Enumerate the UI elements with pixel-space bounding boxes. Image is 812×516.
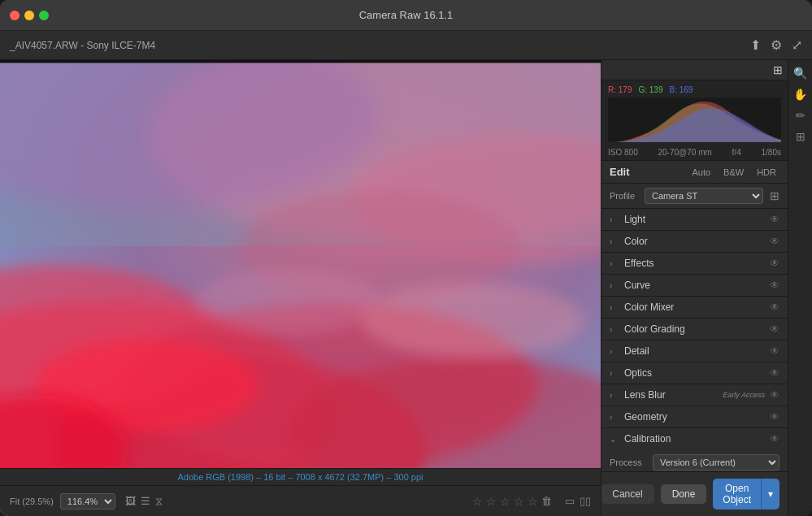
star-2[interactable]: ☆ xyxy=(486,495,497,508)
canvas-tool-icons: 🖼 ☰ ⧖ xyxy=(125,495,163,508)
section-color-grading-header[interactable]: › Color Grading 👁 xyxy=(601,319,788,340)
cancel-button[interactable]: Cancel xyxy=(601,484,654,504)
camera-raw-window: Camera Raw 16.1.1 _AIV4057.ARW - Sony IL… xyxy=(0,0,812,516)
light-eye-icon[interactable]: 👁 xyxy=(770,214,779,225)
calibration-eye-icon[interactable]: 👁 xyxy=(770,433,779,444)
shutter-label: 1/80s xyxy=(762,148,781,157)
geometry-chevron-icon: › xyxy=(610,413,619,422)
toolbar-right: ⬆ ⚙ ⤢ xyxy=(750,37,802,53)
bw-button[interactable]: B&W xyxy=(720,167,747,178)
image-adjust-icon[interactable]: 🖼 xyxy=(125,495,136,508)
section-optics-header[interactable]: › Optics 👁 xyxy=(601,362,788,384)
section-effects: › Effects 👁 xyxy=(601,253,788,275)
color-eye-icon[interactable]: 👁 xyxy=(770,236,779,247)
close-button[interactable] xyxy=(10,11,20,20)
zoom-tool-icon[interactable]: 🔍 xyxy=(793,67,807,80)
photo-canvas xyxy=(0,60,601,516)
section-calibration-header[interactable]: ⌄ Calibration 👁 xyxy=(601,428,788,449)
hand-tool-icon[interactable]: ✋ xyxy=(793,88,807,101)
optics-title: Optics xyxy=(624,367,765,379)
auto-button[interactable]: Auto xyxy=(688,167,714,178)
section-lens-blur-header[interactable]: › Lens Blur Early Access 👁 xyxy=(601,384,788,405)
section-color: › Color 👁 xyxy=(601,231,788,253)
section-color-mixer-header[interactable]: › Color Mixer 👁 xyxy=(601,297,788,318)
star-5[interactable]: ☆ xyxy=(528,495,538,508)
color-mixer-chevron-icon: › xyxy=(610,303,619,312)
effects-chevron-icon: › xyxy=(610,259,619,268)
right-panel-icons: 🔍 ✋ ✏ ⊞ xyxy=(788,60,812,516)
section-color-header[interactable]: › Color 👁 xyxy=(601,231,788,252)
color-grading-eye-icon[interactable]: 👁 xyxy=(770,323,779,335)
top-panel-icons: ⊞ xyxy=(601,60,788,80)
calibration-title: Calibration xyxy=(624,433,765,444)
edit-panel-header: Edit Auto B&W HDR xyxy=(601,161,788,184)
section-effects-header[interactable]: › Effects 👁 xyxy=(601,253,788,274)
open-object-button[interactable]: Open Object xyxy=(713,479,761,509)
share-icon[interactable]: ⬆ xyxy=(750,37,761,53)
section-curve: › Curve 👁 xyxy=(601,275,788,297)
single-view-icon[interactable]: ▭ xyxy=(565,495,575,507)
histogram-values: R: 179 G: 139 B: 169 xyxy=(608,85,781,94)
section-lens-blur: › Lens Blur Early Access 👁 xyxy=(601,384,788,406)
effects-title: Effects xyxy=(624,258,765,269)
section-detail-header[interactable]: › Detail 👁 xyxy=(601,340,788,362)
edit-title: Edit xyxy=(610,166,630,178)
open-object-arrow-button[interactable]: ▾ xyxy=(761,479,779,509)
profile-label: Profile xyxy=(610,191,638,201)
star-rating: ☆ ☆ ☆ ☆ ☆ 🗑 xyxy=(472,495,552,508)
maximize-button[interactable] xyxy=(39,11,49,20)
color-title: Color xyxy=(624,236,765,247)
color-mixer-eye-icon[interactable]: 👁 xyxy=(770,301,779,313)
process-select[interactable]: Version 6 (Current) xyxy=(653,454,779,470)
calibration-content: Process Version 6 (Current) Shadows Tint xyxy=(601,449,788,471)
canvas-controls: Fit (29.5%) 116.4% 🖼 ☰ ⧖ ☆ ☆ ☆ ☆ ☆ 🗑 xyxy=(0,485,601,516)
settings-icon[interactable]: ⚙ xyxy=(771,37,782,53)
fullscreen-icon[interactable]: ⤢ xyxy=(792,37,802,53)
early-access-badge: Early Access xyxy=(723,391,765,399)
titlebar: Camera Raw 16.1.1 xyxy=(0,0,812,31)
curve-eye-icon[interactable]: 👁 xyxy=(770,280,779,291)
star-3[interactable]: ☆ xyxy=(500,495,510,508)
optics-eye-icon[interactable]: 👁 xyxy=(770,367,779,379)
section-light: › Light 👁 xyxy=(601,209,788,231)
section-light-header[interactable]: › Light 👁 xyxy=(601,209,788,230)
color-profile-info: Adobe RGB (1998) – 16 bit – 7008 x 4672 … xyxy=(0,468,601,485)
minimize-button[interactable] xyxy=(24,11,34,20)
grid-icon[interactable]: ⊞ xyxy=(796,130,805,143)
done-button[interactable]: Done xyxy=(661,484,707,504)
calibration-chevron-icon: ⌄ xyxy=(610,435,619,444)
app-title: Camera Raw 16.1.1 xyxy=(359,9,454,21)
camera-info: ISO 800 20-70@70 mm f/4 1/80s xyxy=(608,148,781,157)
histogram-chart xyxy=(608,98,781,142)
profile-grid-icon[interactable]: ⊞ xyxy=(770,189,779,202)
svg-point-14 xyxy=(193,270,380,335)
hdr-button[interactable]: HDR xyxy=(753,167,779,178)
section-curve-header[interactable]: › Curve 👁 xyxy=(601,275,788,296)
r-value: R: 179 xyxy=(608,85,632,94)
lens-blur-eye-icon[interactable]: 👁 xyxy=(770,389,779,401)
eyedropper-icon[interactable]: ✏ xyxy=(796,109,805,122)
star-1[interactable]: ☆ xyxy=(472,495,483,508)
effects-eye-icon[interactable]: 👁 xyxy=(770,258,779,269)
filter-icon[interactable]: ⧖ xyxy=(155,495,163,508)
main-content: Adobe RGB (1998) – 16 bit – 7008 x 4672 … xyxy=(0,60,812,516)
detail-eye-icon[interactable]: 👁 xyxy=(770,345,779,357)
iso-label: ISO 800 xyxy=(608,148,638,157)
profile-select[interactable]: Camera ST xyxy=(645,188,763,204)
curve-title: Curve xyxy=(624,280,765,291)
zoom-select[interactable]: 116.4% xyxy=(60,493,115,509)
geometry-eye-icon[interactable]: 👁 xyxy=(770,411,779,423)
panel-scroll[interactable]: › Light 👁 › Color 👁 xyxy=(601,209,788,471)
bottom-buttons: Cancel Done Open Object ▾ xyxy=(601,471,788,516)
canvas-area: Adobe RGB (1998) – 16 bit – 7008 x 4672 … xyxy=(0,60,601,516)
open-object-group: Open Object ▾ xyxy=(713,479,779,509)
trash-icon[interactable]: 🗑 xyxy=(541,495,552,508)
star-4[interactable]: ☆ xyxy=(514,495,524,508)
section-geometry-header[interactable]: › Geometry 👁 xyxy=(601,406,788,427)
optics-chevron-icon: › xyxy=(610,369,619,378)
geometry-title: Geometry xyxy=(624,411,765,423)
edit-mode-icon[interactable]: ⊞ xyxy=(773,63,783,76)
split-view-icon[interactable]: ▯▯ xyxy=(580,495,591,507)
list-icon[interactable]: ☰ xyxy=(141,495,150,508)
right-side: ⊞ R: 179 G: 139 B: 169 xyxy=(601,60,812,516)
